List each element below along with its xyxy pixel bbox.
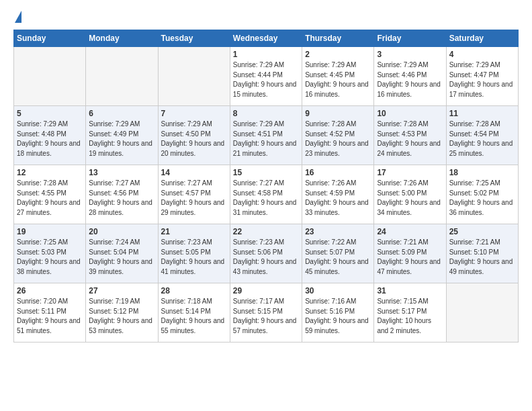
- day-number: 17: [377, 168, 443, 177]
- day-info: Sunrise: 7:18 AMSunset: 5:14 PMDaylight:…: [161, 297, 227, 336]
- calendar-cell: 11Sunrise: 7:28 AMSunset: 4:54 PMDayligh…: [446, 106, 518, 165]
- calendar-cell: 19Sunrise: 7:25 AMSunset: 5:03 PMDayligh…: [14, 224, 86, 283]
- calendar-cell: 31Sunrise: 7:15 AMSunset: 5:17 PMDayligh…: [374, 283, 446, 342]
- day-number: 13: [89, 168, 154, 177]
- day-info: Sunrise: 7:29 AMSunset: 4:45 PMDaylight:…: [305, 60, 371, 99]
- day-number: 12: [17, 168, 83, 177]
- day-info: Sunrise: 7:26 AMSunset: 4:59 PMDaylight:…: [305, 179, 371, 218]
- calendar-cell: 4Sunrise: 7:29 AMSunset: 4:47 PMDaylight…: [446, 47, 518, 106]
- calendar-cell: 7Sunrise: 7:29 AMSunset: 4:50 PMDaylight…: [158, 106, 230, 165]
- day-info: Sunrise: 7:25 AMSunset: 5:03 PMDaylight:…: [17, 238, 83, 277]
- week-row-3: 12Sunrise: 7:28 AMSunset: 4:55 PMDayligh…: [14, 165, 519, 224]
- day-info: Sunrise: 7:29 AMSunset: 4:50 PMDaylight:…: [161, 120, 227, 158]
- calendar-cell: 10Sunrise: 7:28 AMSunset: 4:53 PMDayligh…: [374, 106, 446, 165]
- day-number: 16: [305, 168, 371, 177]
- calendar-cell: [86, 47, 158, 106]
- calendar-cell: 27Sunrise: 7:19 AMSunset: 5:12 PMDayligh…: [86, 283, 158, 342]
- calendar-cell: [14, 47, 86, 106]
- day-number: 18: [449, 168, 515, 177]
- day-number: 2: [305, 50, 371, 59]
- calendar-cell: 17Sunrise: 7:26 AMSunset: 5:00 PMDayligh…: [374, 165, 446, 224]
- day-number: 3: [377, 50, 443, 59]
- day-number: 19: [17, 227, 83, 236]
- page: SundayMondayTuesdayWednesdayThursdayFrid…: [0, 0, 532, 411]
- day-info: Sunrise: 7:28 AMSunset: 4:52 PMDaylight:…: [305, 120, 371, 158]
- calendar-cell: [158, 47, 230, 106]
- day-number: 28: [161, 286, 227, 295]
- day-info: Sunrise: 7:29 AMSunset: 4:46 PMDaylight:…: [377, 60, 443, 99]
- weekday-header-saturday: Saturday: [446, 30, 518, 47]
- day-info: Sunrise: 7:28 AMSunset: 4:53 PMDaylight:…: [377, 120, 443, 158]
- header-row: SundayMondayTuesdayWednesdayThursdayFrid…: [14, 30, 519, 47]
- day-number: 11: [449, 109, 515, 118]
- weekday-header-monday: Monday: [86, 30, 158, 47]
- day-info: Sunrise: 7:15 AMSunset: 5:17 PMDaylight:…: [377, 297, 443, 336]
- day-info: Sunrise: 7:26 AMSunset: 5:00 PMDaylight:…: [377, 179, 443, 218]
- day-info: Sunrise: 7:29 AMSunset: 4:49 PMDaylight:…: [89, 120, 154, 158]
- calendar-cell: 23Sunrise: 7:22 AMSunset: 5:07 PMDayligh…: [302, 224, 374, 283]
- calendar-cell: 16Sunrise: 7:26 AMSunset: 4:59 PMDayligh…: [302, 165, 374, 224]
- calendar-cell: 6Sunrise: 7:29 AMSunset: 4:49 PMDaylight…: [86, 106, 158, 165]
- weekday-header-wednesday: Wednesday: [230, 30, 302, 47]
- calendar-cell: 14Sunrise: 7:27 AMSunset: 4:57 PMDayligh…: [158, 165, 230, 224]
- calendar-cell: 25Sunrise: 7:21 AMSunset: 5:10 PMDayligh…: [446, 224, 518, 283]
- calendar-cell: 28Sunrise: 7:18 AMSunset: 5:14 PMDayligh…: [158, 283, 230, 342]
- weekday-header-friday: Friday: [374, 30, 446, 47]
- week-row-4: 19Sunrise: 7:25 AMSunset: 5:03 PMDayligh…: [14, 224, 519, 283]
- day-number: 21: [161, 227, 227, 236]
- week-row-2: 5Sunrise: 7:29 AMSunset: 4:48 PMDaylight…: [14, 106, 519, 165]
- calendar-cell: 9Sunrise: 7:28 AMSunset: 4:52 PMDaylight…: [302, 106, 374, 165]
- weekday-header-sunday: Sunday: [14, 30, 86, 47]
- day-number: 15: [233, 168, 299, 177]
- day-number: 7: [161, 109, 227, 118]
- calendar-table: SundayMondayTuesdayWednesdayThursdayFrid…: [13, 30, 519, 342]
- day-number: 8: [233, 109, 299, 118]
- calendar-cell: 1Sunrise: 7:29 AMSunset: 4:44 PMDaylight…: [230, 47, 302, 106]
- calendar-cell: 30Sunrise: 7:16 AMSunset: 5:16 PMDayligh…: [302, 283, 374, 342]
- logo-triangle-icon: [15, 11, 21, 23]
- calendar-cell: 20Sunrise: 7:24 AMSunset: 5:04 PMDayligh…: [86, 224, 158, 283]
- day-number: 6: [89, 109, 154, 118]
- logo: [13, 11, 21, 24]
- day-info: Sunrise: 7:29 AMSunset: 4:48 PMDaylight:…: [17, 120, 83, 158]
- day-number: 22: [233, 227, 299, 236]
- calendar-cell: 13Sunrise: 7:27 AMSunset: 4:56 PMDayligh…: [86, 165, 158, 224]
- week-row-5: 26Sunrise: 7:20 AMSunset: 5:11 PMDayligh…: [14, 283, 519, 342]
- day-info: Sunrise: 7:16 AMSunset: 5:16 PMDaylight:…: [305, 297, 371, 336]
- day-info: Sunrise: 7:27 AMSunset: 4:56 PMDaylight:…: [89, 179, 154, 218]
- day-info: Sunrise: 7:21 AMSunset: 5:10 PMDaylight:…: [449, 238, 515, 277]
- day-info: Sunrise: 7:29 AMSunset: 4:51 PMDaylight:…: [233, 120, 299, 158]
- calendar-cell: 15Sunrise: 7:27 AMSunset: 4:58 PMDayligh…: [230, 165, 302, 224]
- calendar-cell: 24Sunrise: 7:21 AMSunset: 5:09 PMDayligh…: [374, 224, 446, 283]
- calendar-cell: 29Sunrise: 7:17 AMSunset: 5:15 PMDayligh…: [230, 283, 302, 342]
- day-info: Sunrise: 7:22 AMSunset: 5:07 PMDaylight:…: [305, 238, 371, 277]
- weekday-header-thursday: Thursday: [302, 30, 374, 47]
- day-info: Sunrise: 7:23 AMSunset: 5:06 PMDaylight:…: [233, 238, 299, 277]
- day-info: Sunrise: 7:19 AMSunset: 5:12 PMDaylight:…: [89, 297, 154, 336]
- calendar-cell: [446, 283, 518, 342]
- calendar-cell: 8Sunrise: 7:29 AMSunset: 4:51 PMDaylight…: [230, 106, 302, 165]
- calendar-cell: 2Sunrise: 7:29 AMSunset: 4:45 PMDaylight…: [302, 47, 374, 106]
- day-number: 30: [305, 286, 371, 295]
- day-info: Sunrise: 7:28 AMSunset: 4:54 PMDaylight:…: [449, 120, 515, 158]
- day-info: Sunrise: 7:25 AMSunset: 5:02 PMDaylight:…: [449, 179, 515, 218]
- calendar-cell: 5Sunrise: 7:29 AMSunset: 4:48 PMDaylight…: [14, 106, 86, 165]
- day-number: 14: [161, 168, 227, 177]
- day-number: 1: [233, 50, 299, 59]
- day-number: 10: [377, 109, 443, 118]
- day-number: 4: [449, 50, 515, 59]
- day-info: Sunrise: 7:28 AMSunset: 4:55 PMDaylight:…: [17, 179, 83, 218]
- day-number: 24: [377, 227, 443, 236]
- day-info: Sunrise: 7:17 AMSunset: 5:15 PMDaylight:…: [233, 297, 299, 336]
- day-number: 31: [377, 286, 443, 295]
- calendar-cell: 22Sunrise: 7:23 AMSunset: 5:06 PMDayligh…: [230, 224, 302, 283]
- calendar-cell: 26Sunrise: 7:20 AMSunset: 5:11 PMDayligh…: [14, 283, 86, 342]
- day-number: 26: [17, 286, 83, 295]
- calendar-cell: 21Sunrise: 7:23 AMSunset: 5:05 PMDayligh…: [158, 224, 230, 283]
- calendar-cell: 12Sunrise: 7:28 AMSunset: 4:55 PMDayligh…: [14, 165, 86, 224]
- day-info: Sunrise: 7:24 AMSunset: 5:04 PMDaylight:…: [89, 238, 154, 277]
- day-info: Sunrise: 7:27 AMSunset: 4:58 PMDaylight:…: [233, 179, 299, 218]
- day-number: 23: [305, 227, 371, 236]
- week-row-1: 1Sunrise: 7:29 AMSunset: 4:44 PMDaylight…: [14, 47, 519, 106]
- weekday-header-tuesday: Tuesday: [158, 30, 230, 47]
